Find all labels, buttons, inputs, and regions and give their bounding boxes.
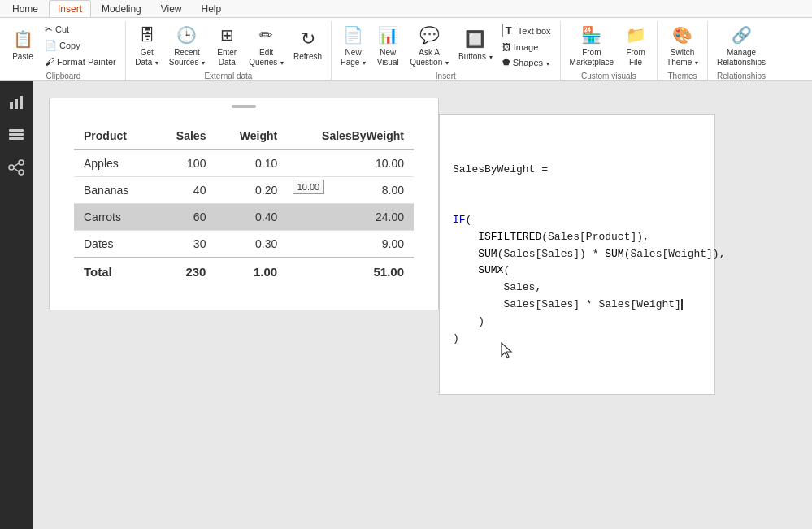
new-page-button[interactable]: 📄 NewPage ▾ <box>337 21 370 70</box>
recent-sources-label: RecentSources ▾ <box>169 48 205 67</box>
cell-weight: 0.30 <box>215 231 287 258</box>
ribbon-content: 📋 Paste ✂ Cut 📄 Copy 🖌 Format Pai <box>0 18 812 83</box>
from-file-button[interactable]: 📁 FromFile <box>619 21 652 70</box>
new-visual-label: NewVisual <box>377 48 399 67</box>
from-marketplace-button[interactable]: 🏪 FromMarketplace <box>566 21 618 70</box>
switch-theme-label: SwitchTheme ▾ <box>667 48 698 67</box>
cell-product: Carrots <box>74 204 154 231</box>
table-total-row: Total 230 1.00 51.00 <box>74 258 414 285</box>
enter-data-icon: ⊞ <box>215 24 238 46</box>
cell-sales: 100 <box>154 150 216 177</box>
sidebar-icon-data[interactable] <box>2 120 31 150</box>
tab-help[interactable]: Help <box>193 0 231 17</box>
recent-sources-icon: 🕒 <box>176 24 198 46</box>
enter-data-label: EnterData <box>217 48 237 67</box>
format-painter-icon: 🖌 <box>45 56 54 67</box>
image-icon: 🖼 <box>502 42 511 52</box>
recent-sources-button[interactable]: 🕒 RecentSources ▾ <box>165 21 209 70</box>
get-data-icon: 🗄 <box>136 24 158 46</box>
from-file-label: FromFile <box>626 48 645 67</box>
tab-view[interactable]: View <box>152 0 191 17</box>
text-box-button[interactable]: T Text box <box>498 21 555 40</box>
svg-line-9 <box>14 163 19 167</box>
visual-handle <box>232 105 256 108</box>
svg-rect-3 <box>9 129 24 132</box>
refresh-button[interactable]: ↻ Refresh <box>289 21 326 68</box>
tab-home[interactable]: Home <box>3 0 47 17</box>
new-visual-button[interactable]: 📊 NewVisual <box>371 21 404 70</box>
cell-weight: 0.40 <box>215 204 287 231</box>
svg-rect-2 <box>20 96 23 109</box>
canvas-area[interactable]: Product Sales Weight SalesByWeight Apple… <box>33 81 812 529</box>
switch-theme-button[interactable]: 🎨 SwitchTheme ▾ <box>662 21 702 70</box>
svg-rect-4 <box>9 133 24 136</box>
col-header-weight: Weight <box>215 123 287 150</box>
shapes-button[interactable]: ⬟ Shapes ▾ <box>498 54 555 70</box>
switch-theme-icon: 🎨 <box>671 24 694 46</box>
cell-salesbyweight: 24.00 <box>287 204 414 231</box>
total-weight: 1.00 <box>215 258 287 285</box>
cell-salesbyweight: 10.00 <box>287 150 414 177</box>
col-header-sales: Sales <box>154 123 216 150</box>
table-row[interactable]: Bananas 40 0.20 10.00 8.00 <box>74 177 414 204</box>
ask-question-button[interactable]: 💬 Ask AQuestion ▾ <box>406 21 453 70</box>
get-data-label: GetData ▾ <box>135 48 158 67</box>
cut-label: Cut <box>55 24 69 34</box>
cell-sales: 30 <box>154 231 216 258</box>
refresh-label: Refresh <box>293 52 322 62</box>
svg-point-7 <box>19 160 24 165</box>
svg-rect-5 <box>9 137 24 140</box>
shapes-icon: ⬟ <box>502 57 510 67</box>
col-header-product: Product <box>74 123 154 150</box>
formula-body: IF( ISFILTERED(Sales[Product]), SUM(Sale… <box>453 212 701 347</box>
sidebar-icon-model[interactable] <box>2 153 31 182</box>
paste-button[interactable]: 📋 Paste <box>7 21 39 68</box>
format-painter-button[interactable]: 🖌 Format Painter <box>41 54 120 70</box>
group-themes: 🎨 SwitchTheme ▾ Themes <box>658 21 708 83</box>
image-button[interactable]: 🖼 Image <box>498 40 555 54</box>
ask-question-label: Ask AQuestion ▾ <box>410 48 449 67</box>
copy-button[interactable]: 📄 Copy <box>41 37 120 54</box>
buttons-label: Buttons ▾ <box>458 52 493 62</box>
enter-data-button[interactable]: ⊞ EnterData <box>211 21 243 70</box>
cut-button[interactable]: ✂ Cut <box>41 21 120 37</box>
manage-relationships-label: ManageRelationships <box>717 48 766 67</box>
group-external-data: 🗄 GetData ▾ 🕒 RecentSources ▾ ⊞ EnterDat… <box>126 21 332 83</box>
table-row[interactable]: Carrots 60 0.40 24.00 <box>74 204 414 231</box>
cell-salesbyweight: 9.00 <box>287 231 414 258</box>
buttons-button[interactable]: 🔲 Buttons ▾ <box>454 21 497 68</box>
edit-queries-button[interactable]: ✏ EditQueries ▾ <box>245 21 288 70</box>
data-table: Product Sales Weight SalesByWeight Apple… <box>74 123 414 285</box>
cell-sales: 60 <box>154 204 216 231</box>
shapes-label: Shapes ▾ <box>513 58 549 67</box>
new-page-label: NewPage ▾ <box>341 48 366 67</box>
paste-label: Paste <box>12 52 33 62</box>
buttons-icon: 🔲 <box>464 28 487 50</box>
get-data-button[interactable]: 🗄 GetData ▾ <box>131 21 163 70</box>
total-label: Total <box>74 258 154 285</box>
copy-label: Copy <box>59 41 80 50</box>
group-custom-visuals: 🏪 FromMarketplace 📁 FromFile Custom visu… <box>561 21 658 83</box>
tab-insert[interactable]: Insert <box>49 0 91 17</box>
formula-cursor <box>681 299 683 310</box>
svg-point-8 <box>19 170 24 175</box>
tab-modeling[interactable]: Modeling <box>93 0 150 17</box>
table-visual: Product Sales Weight SalesByWeight Apple… <box>49 98 439 310</box>
cell-product: Dates <box>74 231 154 258</box>
total-sales: 230 <box>154 258 216 285</box>
table-row[interactable]: Dates 30 0.30 9.00 <box>74 231 414 258</box>
cut-icon: ✂ <box>45 24 53 35</box>
edit-queries-label: EditQueries ▾ <box>249 48 284 67</box>
ribbon: Home Insert Modeling View Help 📋 Paste ✂… <box>0 0 812 81</box>
left-sidebar <box>0 81 33 529</box>
group-relationships: 🔗 ManageRelationships Relationships <box>708 21 775 83</box>
table-row[interactable]: Apples 100 0.10 10.00 <box>74 150 414 177</box>
paste-icon: 📋 <box>11 28 34 50</box>
refresh-icon: ↻ <box>297 28 319 50</box>
svg-line-10 <box>14 168 19 171</box>
sidebar-icon-report[interactable] <box>2 88 31 117</box>
cell-sales: 40 <box>154 177 216 204</box>
manage-relationships-button[interactable]: 🔗 ManageRelationships <box>713 21 770 70</box>
formula-pane: SalesByWeight = IF( ISFILTERED(Sales[Pro… <box>439 114 715 395</box>
from-marketplace-label: FromMarketplace <box>570 48 614 67</box>
